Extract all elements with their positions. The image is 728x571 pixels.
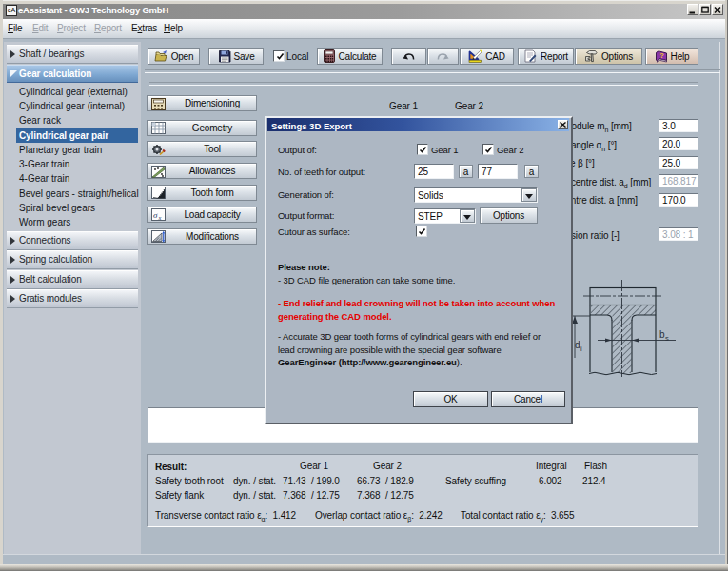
- svg-text:?: ?: [659, 50, 664, 59]
- svg-text:i: i: [580, 345, 582, 353]
- svg-text:x: x: [158, 214, 162, 221]
- svg-text:d: d: [575, 340, 580, 350]
- svg-text:s: s: [665, 334, 669, 343]
